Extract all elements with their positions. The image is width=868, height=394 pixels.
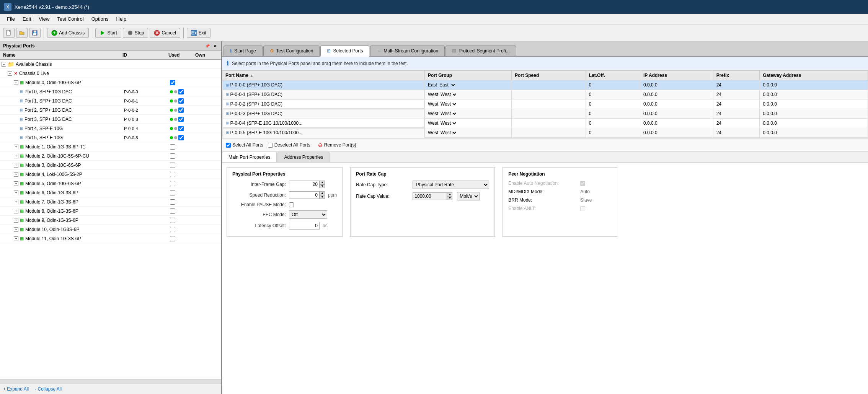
module-2-checkbox[interactable] (170, 153, 175, 159)
tree-row-chassis-0: − ✕ Chassis 0 Live (0, 69, 221, 78)
expand-module-8[interactable]: + (14, 209, 18, 213)
remove-port-btn[interactable]: ⊖ Remove Port(s) (315, 141, 359, 149)
speed-reduction-up[interactable]: ▲ (320, 191, 325, 195)
rate-cap-up[interactable]: ▲ (447, 192, 452, 196)
select-all-checkbox[interactable] (226, 143, 231, 148)
inter-frame-gap-down[interactable]: ▼ (320, 184, 325, 188)
module-10-checkbox[interactable] (170, 227, 175, 232)
module-6-checkbox[interactable] (170, 190, 175, 195)
deselect-all-label[interactable]: Deselect All Ports (268, 142, 310, 148)
row-port-group-select[interactable]: WestEastWest (439, 120, 457, 126)
expand-module-1[interactable]: + (14, 145, 18, 149)
rate-cap-unit-select[interactable]: Mbit/s % (457, 192, 480, 200)
port-2-checkbox[interactable] (178, 107, 184, 113)
rate-cap-value-input[interactable] (413, 192, 447, 200)
menu-help[interactable]: Help (113, 15, 131, 23)
fec-mode-select[interactable]: Off On (289, 210, 327, 219)
expand-module-7[interactable]: + (14, 200, 18, 204)
menu-edit[interactable]: Edit (19, 15, 35, 23)
table-row[interactable]: ⊞ P-0-0-0 (SFP+ 10G DAC) East EastEastWe… (222, 80, 868, 90)
row-port-group-select[interactable]: WestEastWest (439, 111, 457, 117)
module-0-checkbox[interactable] (170, 80, 175, 85)
port-5-checkbox[interactable] (178, 135, 184, 140)
port-1-checkbox[interactable] (178, 98, 184, 104)
stop-button[interactable]: Stop (123, 28, 148, 38)
table-row[interactable]: ⊞ P-0-0-3 (SFP+ 10G DAC) West WestEastWe… (222, 109, 868, 119)
stop-icon (127, 30, 133, 36)
menu-view[interactable]: View (35, 15, 53, 23)
module-3-checkbox[interactable] (170, 163, 175, 168)
enable-pause-checkbox[interactable] (289, 202, 294, 207)
exit-button[interactable]: Ex Exit (187, 28, 210, 38)
select-all-label[interactable]: Select All Ports (226, 142, 263, 148)
module-7-checkbox[interactable] (170, 199, 175, 205)
expand-chassis-0[interactable]: − (8, 71, 12, 76)
module-4-checkbox[interactable] (170, 172, 175, 177)
module-8-checkbox[interactable] (170, 208, 175, 214)
table-row[interactable]: ⊞ P-0-0-5 (SFP-E 10G 10/100/1000... West… (222, 128, 868, 138)
module-11-checkbox[interactable] (170, 236, 175, 241)
expand-module-10[interactable]: + (14, 227, 18, 232)
tab-multistream-config[interactable]: ↔ Multi-Stream Configuration (370, 46, 445, 56)
port-3-checkbox[interactable] (178, 117, 184, 122)
speed-reduction-input[interactable] (289, 191, 320, 199)
row-gateway: 0.0.0.0 (760, 99, 868, 109)
save-button[interactable] (29, 28, 41, 38)
tab-start-page[interactable]: ℹ Start Page (224, 46, 263, 56)
expand-module-2[interactable]: + (14, 154, 18, 158)
row-lat-off: 0 (586, 109, 640, 119)
expand-module-3[interactable]: + (14, 163, 18, 168)
row-port-group-select[interactable]: WestEastWest (439, 130, 457, 136)
table-row[interactable]: ⊞ P-0-0-2 (SFP+ 10G DAC) West WestEastWe… (222, 99, 868, 109)
speed-reduction-down[interactable]: ▼ (320, 195, 325, 199)
prop-tab-address-props[interactable]: Address Properties (277, 152, 330, 162)
table-row[interactable]: ⊞ P-0-0-1 (SFP+ 10G DAC) West WestEastWe… (222, 90, 868, 99)
tab-protocol-segment[interactable]: ▤ Protocol Segment Profi... (445, 46, 516, 56)
cancel-button[interactable]: ✕ Cancel (150, 28, 180, 38)
tab-selected-ports[interactable]: ⊞ Selected Ports (320, 46, 369, 57)
module-10-label: Module 10, Odin-1G3S-6P (25, 227, 79, 232)
rate-cap-down[interactable]: ▼ (447, 196, 452, 200)
sort-arrow-port-name[interactable]: ▲ (250, 73, 253, 78)
add-chassis-button[interactable]: + Add Chassis (47, 28, 89, 38)
horizontal-scrollbar[interactable] (0, 379, 221, 384)
latency-offset-input[interactable] (289, 222, 320, 230)
table-row[interactable]: ⊞ P-0-0-4 (SFP-E 10G 10/100/1000... West… (222, 119, 868, 128)
row-port-group-select[interactable]: WestEastWest (439, 101, 457, 107)
rate-cap-type-select[interactable]: Physical Port Rate Custom Rate (413, 181, 489, 189)
prop-tab-main-port[interactable]: Main Port Properties (222, 152, 277, 162)
open-button[interactable] (16, 28, 28, 38)
menu-options[interactable]: Options (88, 15, 113, 23)
inter-frame-gap-up[interactable]: ▲ (320, 181, 325, 184)
tab-test-configuration[interactable]: ⚙ Test Configuration (263, 46, 320, 56)
toolbar: + Add Chassis Start Stop ✕ Cancel Ex Exi… (0, 24, 868, 41)
inter-frame-gap-input[interactable] (289, 181, 320, 188)
menu-test-control[interactable]: Test Control (53, 15, 87, 23)
close-panel-button[interactable]: ✕ (212, 43, 218, 49)
expand-module-11[interactable]: + (14, 236, 18, 241)
port-0-checkbox[interactable] (178, 89, 184, 94)
module-5-checkbox[interactable] (170, 181, 175, 186)
deselect-all-checkbox[interactable] (268, 143, 273, 148)
expand-module-4[interactable]: + (14, 172, 18, 177)
new-button[interactable] (3, 28, 15, 38)
module-1-checkbox[interactable] (170, 144, 175, 150)
module-9-checkbox[interactable] (170, 218, 175, 223)
add-chassis-icon: + (51, 30, 57, 36)
expand-module-9[interactable]: + (14, 218, 18, 223)
start-button[interactable]: Start (95, 28, 121, 38)
deselect-all-text: Deselect All Ports (274, 142, 310, 148)
expand-module-5[interactable]: + (14, 181, 18, 186)
row-port-group-select[interactable]: EastEastWest (438, 82, 456, 88)
expand-all-link[interactable]: + Expand All (3, 386, 29, 392)
pin-button[interactable]: 📌 (204, 43, 210, 49)
row-port-group-select[interactable]: WestEastWest (439, 91, 457, 98)
menu-file[interactable]: File (3, 15, 19, 23)
port-4-checkbox[interactable] (178, 126, 184, 131)
start-icon (100, 30, 106, 36)
expand-module-6[interactable]: + (14, 190, 18, 195)
expand-available-chassis[interactable]: − (2, 62, 6, 67)
collapse-all-link[interactable]: - Collapse All (35, 386, 62, 392)
mdi-mdix-row: MDI/MDIX Mode: Auto (508, 189, 612, 194)
expand-module-0[interactable]: − (14, 80, 18, 85)
